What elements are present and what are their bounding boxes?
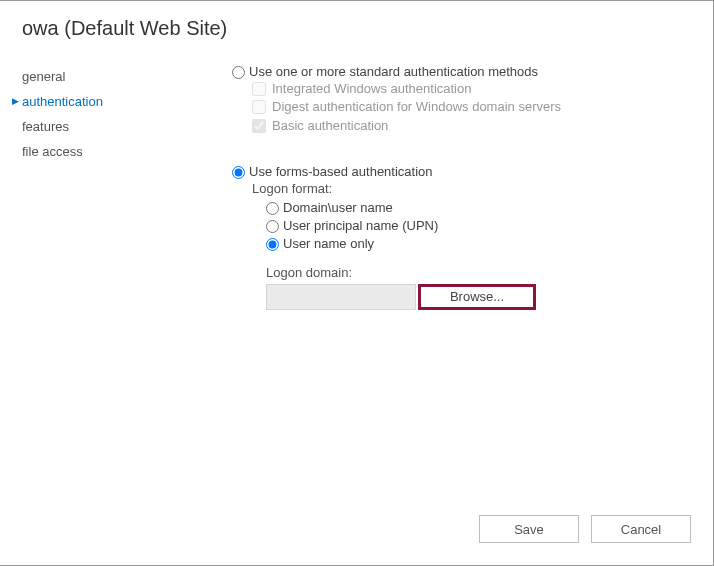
save-button[interactable]: Save (479, 515, 579, 543)
logon-upn-radio[interactable] (266, 220, 279, 233)
check-digest-label: Digest authentication for Windows domain… (272, 99, 561, 115)
sidebar: general ▶ authentication features file a… (22, 64, 152, 310)
logon-domain-label: Logon domain: (232, 265, 693, 280)
logon-domainuser-label: Domain\user name (283, 200, 393, 215)
check-digest (252, 100, 266, 114)
logon-format-label: Logon format: (232, 181, 693, 196)
caret-right-icon: ▶ (12, 96, 19, 106)
logon-domain-input[interactable] (266, 284, 416, 310)
sidebar-item-label: authentication (22, 94, 103, 109)
auth-standard-radio-row[interactable]: Use one or more standard authentication … (232, 64, 693, 79)
logon-domainuser-row[interactable]: Domain\user name (266, 200, 693, 215)
logon-domainuser-radio[interactable] (266, 202, 279, 215)
sidebar-item-label: features (22, 119, 69, 134)
auth-forms-radio[interactable] (232, 166, 245, 179)
check-digest-row: Digest authentication for Windows domain… (252, 99, 572, 115)
sidebar-item-file-access[interactable]: file access (22, 139, 152, 164)
cancel-button[interactable]: Cancel (591, 515, 691, 543)
sidebar-item-general[interactable]: general (22, 64, 152, 89)
logon-usernameonly-label: User name only (283, 236, 374, 251)
check-integrated-row: Integrated Windows authentication (252, 81, 572, 97)
auth-standard-label: Use one or more standard authentication … (249, 64, 538, 79)
footer-buttons: Save Cancel (479, 515, 691, 543)
sidebar-item-label: general (22, 69, 65, 84)
logon-usernameonly-radio[interactable] (266, 238, 279, 251)
page-title: owa (Default Web Site) (0, 1, 713, 40)
logon-usernameonly-row[interactable]: User name only (266, 236, 693, 251)
sidebar-item-features[interactable]: features (22, 114, 152, 139)
logon-upn-label: User principal name (UPN) (283, 218, 438, 233)
auth-standard-radio[interactable] (232, 66, 245, 79)
check-integrated-label: Integrated Windows authentication (272, 81, 471, 97)
main-panel: Use one or more standard authentication … (232, 64, 713, 310)
logon-upn-row[interactable]: User principal name (UPN) (266, 218, 693, 233)
browse-button[interactable]: Browse... (418, 284, 536, 310)
sidebar-item-authentication[interactable]: ▶ authentication (22, 89, 152, 114)
check-basic-row: Basic authentication (252, 118, 572, 134)
check-integrated (252, 82, 266, 96)
check-basic (252, 119, 266, 133)
check-basic-label: Basic authentication (272, 118, 388, 134)
auth-forms-label: Use forms-based authentication (249, 164, 433, 179)
auth-forms-radio-row[interactable]: Use forms-based authentication (232, 164, 693, 179)
sidebar-item-label: file access (22, 144, 83, 159)
